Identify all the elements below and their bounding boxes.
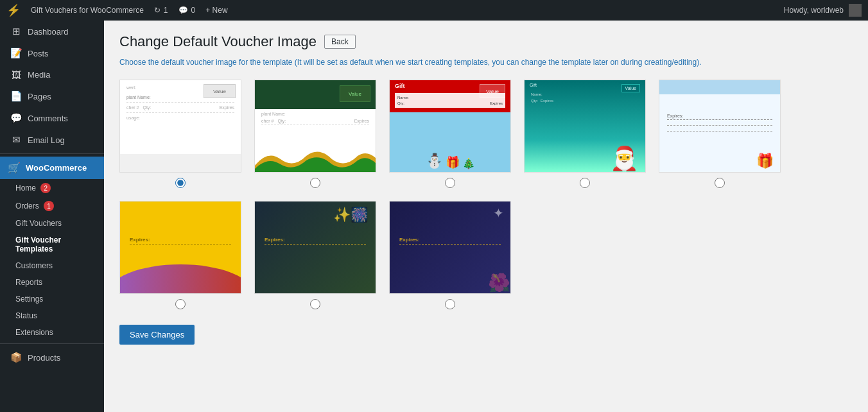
products-icon: 📦 xyxy=(10,352,22,363)
voucher-item-3[interactable]: Gift Value Name: Qty:Expires ⛄ 🎁 🎄 xyxy=(389,80,511,188)
sidebar-item-label: Media xyxy=(28,70,50,80)
wp-logo-icon: ⚡ xyxy=(6,3,21,17)
voucher-item-4[interactable]: Gift Value Name: Qty:Expires 🎅 xyxy=(524,80,646,188)
woo-label: WooCommerce xyxy=(26,163,87,173)
comments-count: 0 xyxy=(191,6,196,15)
sidebar-item-customers[interactable]: Customers xyxy=(0,257,104,274)
save-changes-button[interactable]: Save Changes xyxy=(119,325,195,345)
sidebar-item-woo-orders[interactable]: Orders 1 xyxy=(0,197,104,215)
back-button[interactable]: Back xyxy=(324,35,356,49)
admin-bar: ⚡ Gift Vouchers for WooCommerce ↻ 1 💬 0 … xyxy=(0,0,868,21)
voucher-thumb-8: ✦ Expires: 🌺 xyxy=(389,201,511,294)
page-header: Change Default Voucher Image Back xyxy=(119,33,853,50)
sidebar-item-products[interactable]: 📦 Products xyxy=(0,347,104,368)
sidebar: ⊞ Dashboard 📝 Posts 🖼 Media 📄 Pages 💬 Co… xyxy=(0,21,104,412)
voucher-radio-5[interactable] xyxy=(715,178,725,188)
sidebar-item-posts[interactable]: 📝 Posts xyxy=(0,42,104,64)
sidebar-item-status[interactable]: Status xyxy=(0,307,104,324)
sidebar-item-label: Dashboard xyxy=(28,27,69,37)
comments-item[interactable]: 💬 0 xyxy=(178,6,196,15)
voucher-radio-1[interactable] xyxy=(175,178,186,188)
avatar xyxy=(849,4,862,17)
voucher-thumb-5: Expires: 🎁 xyxy=(659,80,781,173)
sidebar-item-pages[interactable]: 📄 Pages xyxy=(0,85,104,107)
posts-icon: 📝 xyxy=(10,47,22,59)
pages-icon: 📄 xyxy=(10,90,22,102)
sidebar-item-gift-vouchers[interactable]: Gift Vouchers xyxy=(0,215,104,232)
main-content: Change Default Voucher Image Back Choose… xyxy=(104,21,868,412)
media-icon: 🖼 xyxy=(10,69,22,80)
updates-item[interactable]: ↻ 1 xyxy=(154,6,168,15)
sidebar-item-emaillog[interactable]: ✉ Email Log xyxy=(0,129,104,151)
site-name[interactable]: Gift Vouchers for WooCommerce xyxy=(31,6,144,15)
sidebar-item-media[interactable]: 🖼 Media xyxy=(0,64,104,85)
sidebar-item-woocommerce[interactable]: 🛒 WooCommerce xyxy=(0,157,104,179)
new-item[interactable]: + New xyxy=(205,6,227,15)
voucher-radio-3[interactable] xyxy=(445,178,455,188)
sidebar-item-gift-voucher-templates[interactable]: Gift Voucher Templates xyxy=(0,232,104,257)
voucher-radio-4[interactable] xyxy=(580,178,590,188)
sidebar-item-dashboard[interactable]: ⊞ Dashboard xyxy=(0,21,104,42)
voucher-radio-2[interactable] xyxy=(310,178,320,188)
voucher-radio-7[interactable] xyxy=(310,299,320,309)
voucher-item-2[interactable]: Value plant Name: cher #Qty:Expires xyxy=(254,80,376,188)
voucher-item-7[interactable]: ✨🎆 Expires: xyxy=(254,201,376,309)
voucher-thumb-1: Value wert: plant Name: cher #Qty:Expire… xyxy=(119,80,241,173)
voucher-thumb-3: Gift Value Name: Qty:Expires ⛄ 🎁 🎄 xyxy=(389,80,511,173)
sidebar-item-label: Email Log xyxy=(28,135,65,145)
howdy-text: Howdy, worldweb xyxy=(784,6,844,15)
voucher-thumb-2: Value plant Name: cher #Qty:Expires xyxy=(254,80,376,173)
comments-icon: 💬 xyxy=(178,6,188,15)
sidebar-item-label: Comments xyxy=(28,114,68,123)
voucher-radio-6[interactable] xyxy=(175,299,186,309)
voucher-item-1[interactable]: Value wert: plant Name: cher #Qty:Expire… xyxy=(119,80,241,188)
sidebar-item-woo-home[interactable]: Home 2 xyxy=(0,179,104,197)
voucher-item-5[interactable]: Expires: 🎁 xyxy=(659,80,781,188)
voucher-item-8[interactable]: ✦ Expires: 🌺 xyxy=(389,201,511,309)
updates-count: 1 xyxy=(164,6,168,15)
voucher-thumb-7: ✨🎆 Expires: xyxy=(254,201,376,294)
sidebar-item-label: Pages xyxy=(28,92,51,101)
sidebar-item-comments[interactable]: 💬 Comments xyxy=(0,107,104,129)
voucher-thumb-6: Expires: xyxy=(119,201,241,294)
updates-icon: ↻ xyxy=(154,6,161,15)
dashboard-icon: ⊞ xyxy=(10,26,22,37)
woo-home-badge: 2 xyxy=(40,183,51,193)
page-subtitle: Choose the default voucher image for the… xyxy=(119,56,853,68)
sidebar-item-extensions[interactable]: Extensions xyxy=(0,324,104,341)
voucher-item-6[interactable]: Expires: xyxy=(119,201,241,309)
page-title: Change Default Voucher Image xyxy=(119,33,317,50)
sidebar-item-settings[interactable]: Settings xyxy=(0,291,104,307)
comments-icon: 💬 xyxy=(10,112,22,124)
voucher-grid: Value wert: plant Name: cher #Qty:Expire… xyxy=(119,80,853,309)
sidebar-item-label: Products xyxy=(28,353,60,363)
woo-icon: 🛒 xyxy=(8,162,21,174)
sidebar-item-reports[interactable]: Reports xyxy=(0,274,104,291)
sidebar-item-label: Posts xyxy=(28,49,49,58)
voucher-thumb-4: Gift Value Name: Qty:Expires 🎅 xyxy=(524,80,646,173)
voucher-radio-8[interactable] xyxy=(445,299,455,309)
woo-orders-badge: 1 xyxy=(44,201,54,211)
email-icon: ✉ xyxy=(10,134,22,146)
